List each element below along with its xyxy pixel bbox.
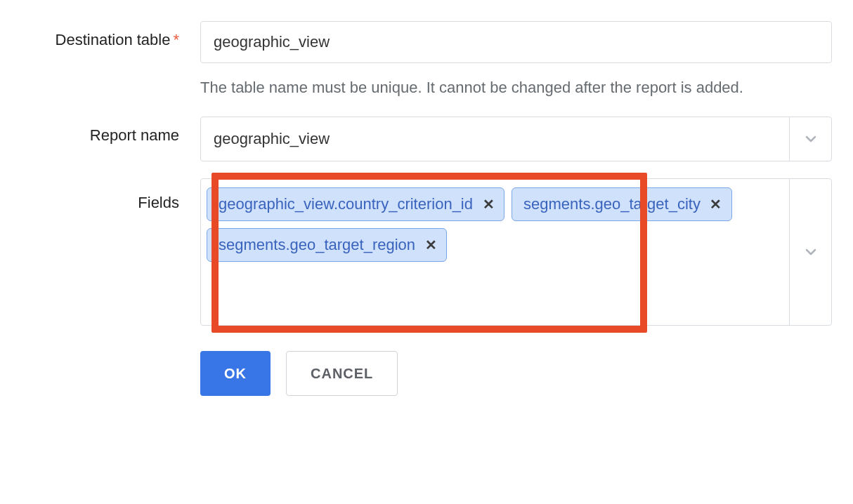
fields-row: Fields geographic_view.country_criterion… [21, 178, 832, 326]
button-row: OK CANCEL [200, 351, 832, 396]
destination-table-control: The table name must be unique. It cannot… [200, 21, 832, 100]
field-pill-text: geographic_view.country_criterion_id [219, 195, 473, 213]
report-name-control: geographic_view [200, 117, 832, 161]
destination-table-label-text: Destination table [56, 31, 171, 48]
report-name-row: Report name geographic_view [21, 117, 832, 161]
report-name-select[interactable]: geographic_view [200, 117, 832, 161]
fields-label: Fields [21, 178, 200, 212]
field-pill-text: segments.geo_target_city [523, 195, 701, 213]
destination-table-row: Destination table* The table name must b… [21, 21, 832, 100]
chevron-down-icon [804, 245, 818, 259]
report-name-label: Report name [21, 117, 200, 145]
destination-table-label: Destination table* [21, 21, 200, 49]
required-asterisk: * [173, 31, 179, 48]
field-pill: geographic_view.country_criterion_id ✕ [207, 187, 504, 221]
fields-pills-container: geographic_view.country_criterion_id ✕ s… [201, 179, 789, 325]
chevron-down-icon [804, 132, 818, 146]
report-name-dropdown-indicator[interactable] [789, 117, 831, 161]
close-icon[interactable]: ✕ [424, 238, 438, 252]
field-pill-text: segments.geo_target_region [219, 236, 415, 254]
fields-select[interactable]: geographic_view.country_criterion_id ✕ s… [200, 178, 832, 326]
report-name-value: geographic_view [201, 117, 789, 161]
close-icon[interactable]: ✕ [481, 197, 495, 211]
close-icon[interactable]: ✕ [709, 197, 723, 211]
destination-table-helper: The table name must be unique. It cannot… [200, 76, 832, 100]
fields-dropdown-indicator[interactable] [789, 179, 831, 325]
destination-table-input[interactable] [200, 21, 832, 63]
field-pill: segments.geo_target_region ✕ [207, 228, 447, 262]
cancel-button[interactable]: CANCEL [286, 351, 398, 396]
field-pill: segments.geo_target_city ✕ [512, 187, 732, 221]
ok-button[interactable]: OK [200, 351, 271, 396]
